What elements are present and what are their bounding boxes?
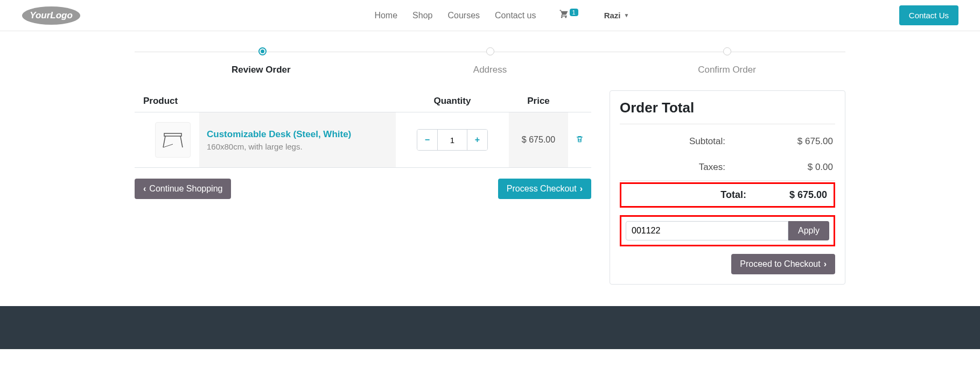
- qty-decrease-button[interactable]: −: [417, 130, 438, 150]
- cart-area: Product Quantity Price: [135, 90, 591, 199]
- qty-input[interactable]: [438, 130, 467, 150]
- wizard-step-address[interactable]: Address: [372, 47, 608, 75]
- logo[interactable]: YourLogo: [22, 5, 81, 26]
- nav-shop[interactable]: Shop: [410, 8, 435, 24]
- main-nav: Home Shop Courses Contact us 1 Razi ▼: [102, 8, 899, 24]
- col-product: Product: [135, 90, 396, 112]
- wizard-step-review[interactable]: Review Order: [135, 47, 372, 75]
- cart-count-badge: 1: [570, 9, 578, 16]
- remove-item-button[interactable]: [576, 136, 584, 145]
- checkout-wizard: Review Order Address Confirm Order: [135, 47, 845, 75]
- taxes-label: Taxes:: [620, 154, 727, 181]
- taxes-value: $ 0.00: [727, 154, 835, 181]
- qty-increase-button[interactable]: +: [467, 130, 487, 150]
- wizard-step-label: Review Order: [232, 65, 291, 75]
- main-content: Review Order Address Confirm Order Produ…: [113, 31, 867, 285]
- cart-link[interactable]: 1: [559, 9, 578, 22]
- subtotal-label: Subtotal:: [620, 129, 727, 154]
- user-menu[interactable]: Razi ▼: [604, 11, 629, 20]
- promo-code-input[interactable]: [626, 221, 788, 240]
- order-total-heading: Order Total: [620, 100, 835, 116]
- product-name-link[interactable]: Customizable Desk (Steel, White): [207, 129, 388, 140]
- continue-shopping-button[interactable]: ‹ Continue Shopping: [135, 179, 231, 199]
- footer: [0, 306, 980, 349]
- button-label: Process Checkout: [507, 184, 577, 194]
- apply-promo-button[interactable]: Apply: [788, 221, 829, 240]
- process-checkout-button[interactable]: Process Checkout ›: [498, 179, 591, 199]
- cart-icon: [559, 9, 569, 22]
- cart-table: Product Quantity Price: [135, 90, 591, 168]
- total-row-highlight: Total: $ 675.00: [620, 182, 835, 208]
- proceed-checkout-button[interactable]: Proceed to Checkout ›: [731, 254, 835, 274]
- product-image[interactable]: [155, 122, 191, 158]
- wizard-dot-icon: [258, 47, 267, 55]
- chevron-left-icon: ‹: [143, 184, 146, 194]
- cart-row: Customizable Desk (Steel, White) 160x80c…: [135, 112, 591, 168]
- svg-rect-2: [164, 133, 181, 136]
- nav-home[interactable]: Home: [372, 8, 400, 24]
- subtotal-value: $ 675.00: [727, 129, 835, 154]
- total-value: $ 675.00: [789, 189, 827, 201]
- nav-contact[interactable]: Contact us: [493, 8, 538, 24]
- wizard-step-label: Address: [372, 65, 608, 75]
- product-description: 160x80cm, with large legs.: [207, 142, 388, 151]
- promo-row-highlight: Apply: [620, 215, 835, 246]
- col-price: Price: [509, 90, 568, 112]
- caret-down-icon: ▼: [624, 12, 629, 18]
- user-name: Razi: [604, 11, 621, 20]
- button-label: Continue Shopping: [149, 184, 222, 194]
- nav-courses[interactable]: Courses: [445, 8, 482, 24]
- line-price: $ 675.00: [509, 112, 568, 168]
- wizard-step-confirm[interactable]: Confirm Order: [608, 47, 845, 75]
- wizard-step-label: Confirm Order: [608, 65, 845, 75]
- svg-text:YourLogo: YourLogo: [30, 10, 73, 20]
- col-quantity: Quantity: [396, 90, 509, 112]
- wizard-dot-icon: [723, 47, 731, 55]
- order-total-card: Order Total Subtotal: $ 675.00 Taxes: $ …: [610, 90, 845, 285]
- chevron-right-icon: ›: [824, 259, 827, 269]
- wizard-dot-icon: [486, 47, 494, 55]
- svg-line-3: [163, 136, 165, 147]
- header: YourLogo Home Shop Courses Contact us 1 …: [0, 0, 980, 31]
- button-label: Proceed to Checkout: [740, 259, 820, 269]
- total-label: Total:: [628, 189, 789, 201]
- quantity-stepper: − +: [417, 129, 488, 151]
- chevron-right-icon: ›: [580, 184, 583, 194]
- contact-us-button[interactable]: Contact Us: [899, 5, 958, 25]
- svg-line-4: [180, 136, 183, 147]
- svg-line-5: [163, 144, 173, 147]
